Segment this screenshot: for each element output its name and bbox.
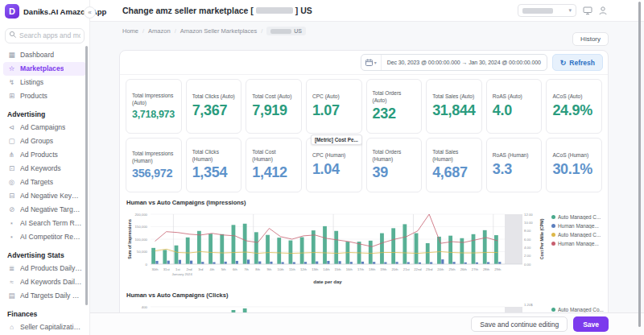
kpi-label: Total Orders (Human) [373,149,416,163]
kpi-value: 4.0 [493,102,536,119]
calendar-button[interactable]: ▾ [361,55,382,70]
chevron-down-icon: ▾ [374,60,377,65]
svg-text:Sum of Impressions: Sum of Impressions [127,219,132,259]
arrow-right-icon: → [461,60,467,65]
sidebar-item-label: Ad Targets Daily Stats [20,292,82,300]
svg-text:1.20$: 1.20$ [524,303,533,307]
breadcrumb-current-marketplace[interactable]: US [266,27,306,35]
sidebar-item-dashboard[interactable]: ▦Dashboard [3,48,86,62]
sidebar-item-ad-negative-targets[interactable]: ⊘Ad Negative Targets [3,203,86,217]
sidebar-item-label: Products [20,92,47,100]
sidebar-item-ad-groups[interactable]: ▢Ad Groups [3,134,86,148]
sidebar-item-listings[interactable]: ↯Listings [3,76,86,89]
kpi-card-roas-human: RoAS (Human)3.3 [486,138,543,192]
kpi-card-total-sales-human: Total Sales (Human)4,687 [426,138,482,192]
sidebar-item-ad-negative-keywords[interactable]: ⊟Ad Negative Keywords [3,189,86,203]
kpi-value: 24.9% [552,102,596,119]
kpi-label: Total Impressions (Auto) [132,93,175,106]
sidebar-item-label: Ad Keywords [20,164,61,172]
kpi-label: Total Clicks (Auto) [192,93,236,101]
sidebar: D Daniks.AI Amazon App « ▦Dashboard☆Mark… [0,0,90,335]
legend-item-human-manage[interactable]: Human Manage... [551,223,601,229]
sidebar-item-ad-targets[interactable]: ◎Ad Targets [3,176,86,189]
legend-item-auto-managed-co[interactable]: Auto Managed Co... [551,307,604,312]
sidebar-item-label: Ad Negative Keywords [20,192,82,200]
kpi-card-total-impressions-human: Total Impressions (Human)356,972 [126,138,182,192]
svg-text:4th: 4th [210,267,215,271]
ad-products-daily-stats-icon: ≣ [7,264,16,272]
kpi-card-total-clicks-human: Total Clicks (Human)1,354 [186,138,242,192]
sidebar-item-ad-campaigns[interactable]: ⊲Ad Campaigns [3,121,86,134]
kpi-value: 3,718,973 [132,109,175,120]
svg-text:1st: 1st [175,267,180,271]
impressions-chart[interactable]: 050,000100,000150,000200,00030th31st1st2… [126,208,548,285]
refresh-label: Refresh [569,59,595,67]
top-bar: Change amz seller marketplace [ ] US ▾ [90,0,644,22]
breadcrumb: Home/Amazon/Amazon Seller Marketplaces/U… [122,27,609,35]
page-scrollbar[interactable] [638,2,641,327]
user-icon[interactable] [599,6,607,15]
legend-dot [551,308,555,312]
legend-item-auto-managed-c[interactable]: Auto Managed C... [551,214,601,220]
date-range-start: Dec 30, 2023 @ 00:00:00.000 [387,60,460,65]
sidebar-item-ad-keywords[interactable]: ⊡Ad Keywords [3,162,86,176]
kpi-card-roas-auto: RoAS (Auto)4.0 [486,79,543,134]
refresh-button[interactable]: ↻ Refresh [552,54,603,71]
products-icon: ⊞ [7,92,16,100]
svg-text:8.00: 8.00 [524,229,531,233]
sidebar-item-ad-keywords-daily-stats[interactable]: ≈Ad Keywords Daily Stats [3,275,86,289]
top-bar-actions: ▾ [518,4,607,17]
account-select[interactable]: ▾ [518,4,576,17]
save-button[interactable]: Save [573,316,609,332]
svg-text:January 2024: January 2024 [171,272,192,276]
sidebar-item-ai-search-term-reviews[interactable]: ⋆AI Search Term Reviews [3,217,86,230]
sidebar-item-label: Listings [20,78,43,86]
refresh-icon: ↻ [560,59,567,67]
breadcrumb-item-amazon-seller-marketplaces[interactable]: Amazon Seller Marketplaces [180,27,257,35]
ai-competitor-reviews-icon: ⋆ [7,233,16,241]
svg-text:11th: 11th [289,267,296,271]
card-toolbar: ▾ Dec 30, 2023 @ 00:00:00.000 → Jan 30, … [120,51,608,75]
legend-label: Auto Managed C... [558,214,601,220]
sidebar-item-products[interactable]: ⊞Products [3,89,86,103]
legend-label: Human Manage... [558,223,599,229]
sidebar-nav: ▦Dashboard☆Marketplaces↯Listings⊞Product… [0,45,89,334]
legend-label: Auto Managed Co... [558,307,604,312]
svg-text:25th: 25th [448,267,456,271]
sidebar-collapse-button[interactable]: « [84,6,96,19]
date-range-text[interactable]: Dec 30, 2023 @ 00:00:00.000 → Jan 30, 20… [382,60,547,65]
ad-products-icon: ⋔ [7,151,16,159]
breadcrumb-item-amazon[interactable]: Amazon [148,27,171,35]
marketplaces-icon: ☆ [7,64,16,72]
legend-item-auto-managed-c[interactable]: Auto Managed C... [551,232,601,238]
sidebar-section-header: Advertising [0,103,89,121]
kpi-label: Total Orders (Auto) [373,90,416,104]
ad-keywords-daily-stats-icon: ≈ [7,278,16,286]
svg-text:12th: 12th [300,267,308,271]
sidebar-item-ai-competitor-reviews[interactable]: ⋆AI Competitor Reviews [3,230,86,244]
date-range-picker: ▾ Dec 30, 2023 @ 00:00:00.000 → Jan 30, … [361,54,547,71]
breadcrumb-item-home[interactable]: Home [122,27,138,35]
legend-item-human-manage[interactable]: Human Manage... [551,241,601,246]
kpi-card-total-cost-human: Total Cost (Human)1,412 [246,138,302,192]
sidebar-item-ad-targets-daily-stats[interactable]: ▤Ad Targets Daily Stats [3,289,86,303]
legend-dot [551,215,555,219]
ad-campaigns-icon: ⊲ [7,123,16,131]
sidebar-item-label: Ad Keywords Daily Stats [20,278,82,286]
sidebar-scrollbar[interactable] [85,46,88,305]
clicks-chart-title: Human vs Auto Campaigns (Clicks) [126,292,601,299]
kpi-label: RoAS (Human) [493,152,536,159]
svg-text:50,000: 50,000 [137,250,148,254]
save-and-continue-button[interactable]: Save and continue editing [471,316,568,332]
sidebar-item-seller-capitalization-daily[interactable]: ⌂Seller Capitalization Daily [3,321,86,334]
monitor-icon[interactable] [583,6,592,15]
sidebar-item-label: Dashboard [20,51,54,59]
svg-text:29th: 29th [494,267,502,271]
sidebar-item-ad-products-daily-stats[interactable]: ≣Ad Products Daily Stats [3,262,86,275]
sidebar-item-label: Seller Capitalization Daily [20,323,82,331]
legend-dot [551,224,555,228]
sidebar-item-ad-products[interactable]: ⋔Ad Products [3,148,86,162]
history-button[interactable]: History [572,32,609,46]
ad-groups-icon: ▢ [7,137,16,145]
sidebar-item-marketplaces[interactable]: ☆Marketplaces [3,62,86,76]
